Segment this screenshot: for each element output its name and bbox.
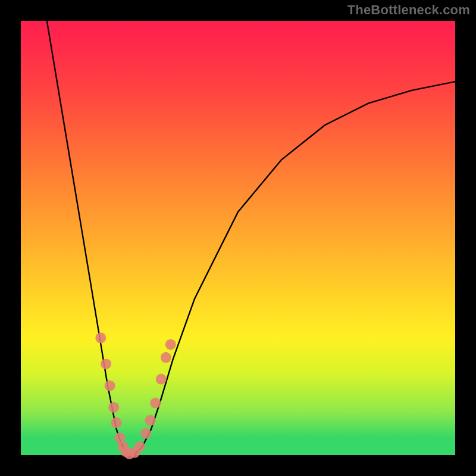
sample-marker (134, 441, 145, 452)
sample-marker (111, 417, 122, 428)
sample-marker (105, 380, 115, 391)
sample-marker (108, 402, 119, 413)
sample-markers-group (95, 333, 176, 459)
chart-frame: TheBottleneck.com (0, 0, 476, 476)
sample-marker (156, 374, 167, 384)
watermark-text: TheBottleneck.com (347, 2, 470, 18)
sample-marker (95, 333, 106, 343)
sample-marker (145, 415, 156, 426)
sample-marker (165, 339, 176, 350)
sample-marker (101, 359, 111, 369)
sample-marker (140, 428, 151, 439)
plot-area (21, 21, 455, 455)
curve-svg (21, 21, 455, 455)
sample-marker (161, 352, 171, 363)
sample-marker (150, 397, 161, 408)
